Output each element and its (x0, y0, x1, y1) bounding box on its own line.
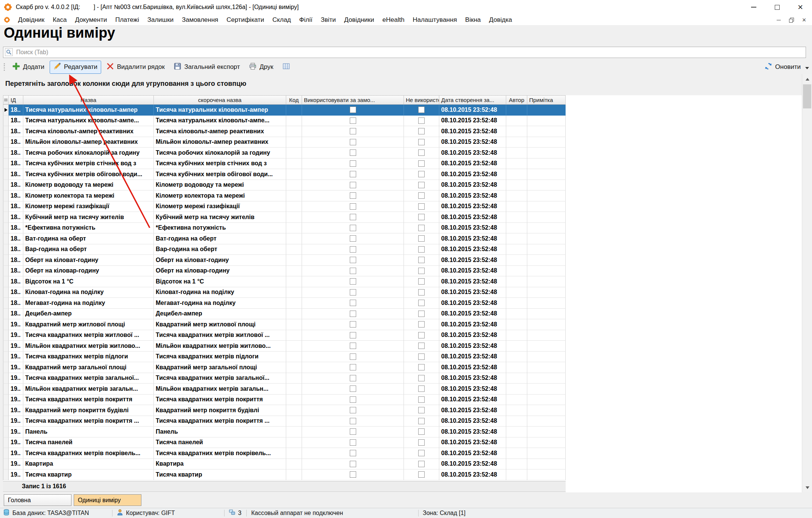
checkbox[interactable] (350, 418, 356, 424)
close-button[interactable]: × (789, 0, 812, 14)
table-row[interactable]: 18..Децибел-амперДецибел-ампер08.10.2015… (3, 309, 802, 320)
vertical-scrollbar[interactable] (802, 74, 812, 492)
checkbox[interactable] (418, 171, 425, 177)
menu-item[interactable]: Довідники (340, 16, 378, 24)
checkbox[interactable] (418, 257, 425, 263)
checkbox[interactable] (418, 278, 425, 285)
checkbox[interactable] (350, 278, 356, 285)
scroll-up-button[interactable] (802, 74, 812, 84)
checkbox[interactable] (350, 332, 356, 338)
menu-item[interactable]: Документи (71, 16, 111, 24)
table-row[interactable]: 18..*Ефективна потужність*Ефективна поту… (3, 223, 802, 234)
checkbox[interactable] (418, 246, 425, 253)
menu-item[interactable]: Довідник (14, 16, 49, 24)
column-header-chk2[interactable]: Не використо... (404, 95, 439, 105)
table-row[interactable]: 18..Оберт на кіловат-годинуОберт на кіло… (3, 255, 802, 266)
checkbox[interactable] (350, 471, 356, 478)
checkbox[interactable] (418, 182, 425, 188)
menu-item[interactable]: Платежі (111, 16, 143, 24)
checkbox[interactable] (350, 246, 356, 253)
checkbox[interactable] (350, 353, 356, 360)
checkbox[interactable] (350, 450, 356, 456)
checkbox[interactable] (418, 235, 425, 242)
checkbox[interactable] (418, 332, 425, 338)
table-row[interactable]: 18..Відсоток на 1 °CВідсоток на 1 °C08.1… (3, 276, 802, 287)
checkbox[interactable] (418, 375, 425, 381)
table-row[interactable]: 19..Тисяча квадратних метрів покриттяТис… (3, 395, 802, 405)
checkbox[interactable] (418, 300, 425, 306)
checkbox[interactable] (418, 160, 425, 167)
table-row[interactable]: 18..Мільйон кіловольт-ампер реактивнихМі… (3, 137, 802, 148)
tab-home[interactable]: Головна (4, 494, 71, 506)
column-header-id[interactable]: ІД (9, 95, 23, 105)
add-button[interactable]: Додати (9, 61, 48, 74)
checkbox[interactable] (418, 418, 425, 424)
checkbox[interactable] (418, 139, 425, 145)
checkbox[interactable] (418, 428, 425, 435)
checkbox[interactable] (350, 182, 356, 188)
table-row[interactable]: 18..Тисяча робочих кілокалорій за годину… (3, 148, 802, 158)
checkbox[interactable] (350, 225, 356, 231)
checkbox[interactable] (350, 203, 356, 210)
menu-item[interactable]: Налаштування (408, 16, 461, 24)
table-row[interactable]: 19..Тисяча квадратних метрів житлової ..… (3, 330, 802, 341)
checkbox[interactable] (418, 149, 425, 156)
checkbox[interactable] (350, 268, 356, 274)
table-row[interactable]: 18..Кілометр колектора та мережіКілометр… (3, 190, 802, 201)
mdi-close-button[interactable]: × (799, 15, 809, 24)
table-row[interactable]: 19..Мільйон квадратних метрів житлово...… (3, 341, 802, 352)
checkbox[interactable] (350, 160, 356, 167)
menu-item[interactable]: eHealth (378, 16, 409, 24)
table-row[interactable]: 18..Тисяча натуральних кіловольт-амперТи… (3, 105, 802, 116)
table-row[interactable]: 19..Тисяча квадратних метрів загальної..… (3, 373, 802, 384)
checkbox[interactable] (418, 396, 425, 403)
edit-button[interactable]: Редагувати (50, 61, 101, 74)
checkbox[interactable] (350, 321, 356, 328)
menu-item[interactable]: Довідка (485, 16, 516, 24)
checkbox[interactable] (418, 107, 425, 113)
menu-item[interactable]: Звіти (317, 16, 340, 24)
checkbox[interactable] (350, 192, 356, 199)
table-row[interactable]: 18..Ват-година на обертВат-година на обе… (3, 233, 802, 244)
table-row[interactable]: 19..КвартираКвартира08.10.2015 23:52:48 (3, 459, 802, 470)
export-button[interactable]: Загальний експорт (170, 61, 244, 74)
delete-row-button[interactable]: Видалити рядок (103, 61, 168, 74)
checkbox[interactable] (418, 439, 425, 446)
checkbox[interactable] (418, 128, 425, 134)
checkbox[interactable] (418, 450, 425, 456)
menu-item[interactable]: Вікна (461, 16, 485, 24)
checkbox[interactable] (350, 385, 356, 392)
table-row[interactable]: 19..Квадратний метр покриття будівліКвад… (3, 405, 802, 416)
checkbox[interactable] (350, 214, 356, 220)
checkbox[interactable] (350, 149, 356, 156)
checkbox[interactable] (418, 214, 425, 220)
checkbox[interactable] (418, 192, 425, 199)
table-row[interactable]: 18..Оберт на кіловар-годинуОберт на кіло… (3, 266, 802, 277)
checkbox[interactable] (418, 364, 425, 370)
checkbox[interactable] (418, 407, 425, 413)
checkbox[interactable] (350, 171, 356, 177)
table-row[interactable]: 18..Тисяча кубічних метрів стічних вод з… (3, 158, 802, 169)
minimize-button[interactable] (742, 0, 765, 14)
table-row[interactable]: 18..Тисяча натуральних кіловольт-ампе...… (3, 116, 802, 126)
checkbox[interactable] (418, 311, 425, 317)
checkbox[interactable] (418, 385, 425, 392)
menu-item[interactable]: Склад (268, 16, 295, 24)
table-row[interactable]: 18..Кіловат-година на поділкуКіловат-год… (3, 287, 802, 298)
toolbar-overflow-icon[interactable] (805, 67, 809, 69)
column-header-author[interactable]: Автор (506, 95, 527, 105)
search-input[interactable] (3, 47, 806, 58)
checkbox[interactable] (418, 225, 425, 231)
checkbox[interactable] (350, 139, 356, 145)
table-row[interactable]: 18..Кілометр водоводу та мережіКілометр … (3, 180, 802, 191)
column-header-name[interactable]: Назва (23, 95, 154, 105)
checkbox[interactable] (418, 203, 425, 210)
table-row[interactable]: 19..Мільйон квадратних метрів загальн...… (3, 384, 802, 395)
table-row[interactable]: 19..Тисяча квадратних метрів покрівель..… (3, 448, 802, 459)
checkbox[interactable] (418, 343, 425, 349)
menu-item[interactable]: Залишки (143, 16, 178, 24)
checkbox[interactable] (350, 396, 356, 403)
table-row[interactable]: 19..Тисяча квартирТисяча квартир08.10.20… (3, 469, 802, 480)
checkbox[interactable] (418, 353, 425, 360)
checkbox[interactable] (350, 407, 356, 413)
